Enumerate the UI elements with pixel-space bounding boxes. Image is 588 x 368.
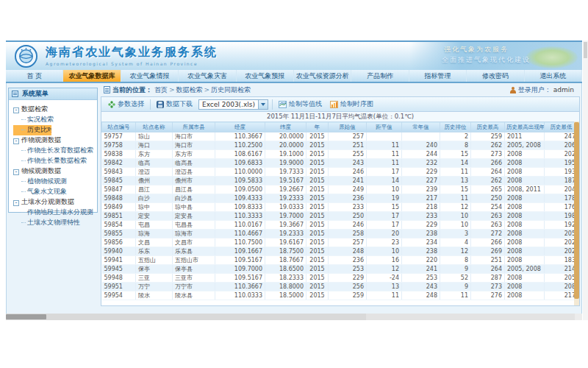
table-cell: 琼中 [136,203,173,212]
collapse-icon[interactable]: - [13,138,19,144]
collapse-icon[interactable]: - [13,200,19,206]
nav-item-8[interactable]: 指标管理 [409,70,467,82]
table-row: 59940乐东乐东县109.166718.7500201524810238122… [102,247,581,256]
isoline-icon [279,101,287,108]
draw-timeseries-button[interactable]: 绘制时序图 [328,99,376,110]
tree-leaf[interactable]: 土壤水文物理特性 [13,218,95,228]
breadcrumb-crumb[interactable]: 数据检索 [176,86,203,93]
table-cell: 2015 [306,265,329,274]
table-cell: 2008 [505,274,545,283]
column-header: 历史最高 [471,122,505,132]
horizontal-scrollbar-thumb[interactable] [6,314,46,319]
tree-node[interactable]: -土壤水分观测数据 [13,197,95,208]
table-cell: 110.3667 [215,132,265,141]
vertical-scrollbar-thumb[interactable] [574,122,579,299]
nav-item-6[interactable]: 农业气候资源分析 [294,70,351,82]
param-select-button[interactable]: 参数选择 [106,99,146,110]
table-cell: 定安县 [173,212,215,221]
table-cell: 万宁市 [173,283,215,291]
tree-leaf[interactable]: 作物地段土壤水分观测 [13,208,95,218]
table-cell: 202 [545,238,578,247]
tree-node[interactable]: -数据检索 [13,105,95,115]
tree-leaf[interactable]: 作物生长发育数据检索 [13,146,95,156]
nav-item-10[interactable]: 退出系统 [525,70,582,82]
table-cell: 临高 [136,159,173,168]
table-cell: 59941 [102,256,136,265]
table-cell: 定安 [136,212,173,221]
horizontal-scrollbar[interactable] [6,314,582,320]
download-format-select[interactable]: Excel 2003(.xls) [198,99,268,110]
breadcrumb-crumb[interactable]: 首页 [154,86,168,93]
nav-item-9[interactable]: 修改密码 [467,70,524,82]
tree-node[interactable]: -物候观测数据 [13,166,95,177]
workspace: 系统菜单 -数据检索实况检索历史比对-作物观测数据作物生长发育数据检索作物生长量… [6,83,582,314]
table-cell: 110.3667 [215,283,265,291]
table-cell: 257 [329,132,367,141]
table-cell: 11 [367,291,402,300]
table-cell: 文昌市 [173,238,215,247]
scroll-right-button[interactable] [575,314,582,320]
tree-leaf[interactable]: 实况检索 [13,115,95,125]
table-cell: 16 [367,256,402,265]
collapse-icon[interactable]: - [13,107,19,113]
table-row: 59845儋州儋州市109.583319.5167201524114227132… [102,177,581,185]
table-cell: 240 [402,141,440,150]
nav-item-7[interactable]: 产品制作 [351,70,409,82]
nav-item-1[interactable]: 首 页 [6,70,63,82]
user-icon [510,87,516,93]
table-cell: 59847 [102,185,136,194]
tree-node[interactable]: -作物观测数据 [13,135,95,146]
draw-isoline-button[interactable]: 绘制等值线 [276,99,324,110]
table-cell: 屯昌 [136,221,173,230]
nav-item-5[interactable]: 农业气象预报 [237,70,294,82]
data-download-label: 数据下载 [166,99,193,109]
table-cell: 263 [471,221,505,230]
table-cell: 109.5833 [215,177,265,185]
app-logo-icon [15,45,37,68]
tree-leaf[interactable]: 气象水文现象 [13,187,95,197]
table-cell: 19.2667 [265,185,306,194]
table-cell: 五指山市 [173,256,215,265]
horizontal-scrollbar-track[interactable] [366,314,575,320]
table-cell: 2015 [306,141,329,150]
chevron-down-icon [261,103,265,106]
collapse-icon[interactable]: - [13,169,19,175]
table-cell: 259 [329,291,367,300]
tree-leaf[interactable]: 历史比对 [13,125,51,135]
station-data-table: 站点编号站点名称所属市县经度纬度年原始值距平值常年值历史排位历史最高历史最高出现… [101,121,580,300]
data-download-button[interactable]: 数据下载 [154,99,195,110]
table-cell: 2008 [505,256,545,265]
table-cell: 269 [471,247,505,256]
table-cell: 220 [402,256,440,265]
table-cell: 11 [367,141,402,150]
table-cell: 273 [471,283,505,291]
table-cell: 白沙县 [173,194,215,203]
table-cell: 2008 [505,150,545,159]
table-cell: 文昌 [136,238,173,247]
tree-leaf[interactable]: 植物物候观测 [13,177,95,187]
nav-item-3[interactable]: 农业气象情报 [121,70,179,82]
table-cell: 262 [471,177,505,185]
table-vertical-scrollbar[interactable] [574,121,579,305]
table-cell: 陵水 [136,291,173,300]
table-row: 59941五指山五指山市109.516718.76672015236162208… [102,256,581,265]
table-cell: 59758 [102,141,136,150]
nav-item-2[interactable]: 农业气象数据库 [63,70,121,82]
dropdown-arrow-button[interactable] [258,100,268,109]
table-cell: 2015 [306,194,329,203]
tree-leaf[interactable]: 作物生长量数据检索 [13,156,95,166]
table-cell: 海口市 [173,132,215,141]
table-cell: 2005, 2008 [505,265,545,274]
banner-decoration: 强化气象为农服务 全面推进气象现代化建设 [409,42,582,70]
table-cell: 256 [329,283,367,291]
breadcrumb-crumb[interactable]: 历史同期检索 [211,86,251,93]
table-cell: 9 [440,283,471,291]
column-header: 历史最低 [545,122,578,132]
table-cell: 2008, 2011 [505,185,545,194]
sidebar-tree: -数据检索实况检索历史比对-作物观测数据作物生长发育数据检索作物生长量数据检索-… [9,100,97,228]
browser-scrollbar-thumb[interactable] [584,42,587,58]
browser-scrollbar[interactable] [583,40,588,320]
table-cell: 205 [545,274,578,283]
nav-item-4[interactable]: 农业气象灾害 [179,70,236,82]
table-cell: 2015 [306,291,329,300]
